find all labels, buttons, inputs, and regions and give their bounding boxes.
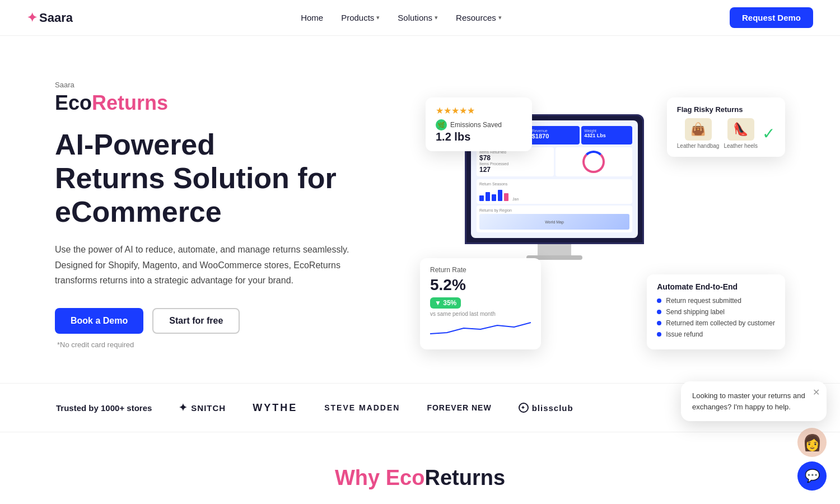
returns-text: Returns (92, 91, 168, 114)
flag-items: 👜 Leather handbag 👠 Leather heels ✓ (677, 118, 775, 149)
logo-icon: ✦ (27, 11, 37, 25)
eco-brand: Saara EcoReturns (55, 81, 368, 115)
chat-bubble: ✕ Looking to master your returns and exc… (681, 381, 827, 421)
hero-right: Items Shipped 27 Revenue $1870 Weight 43… (420, 69, 785, 361)
navbar: ✦ Saara Home Products ▾ Solutions ▾ Reso… (0, 0, 840, 36)
chat-avatar-row: 👩 (681, 428, 827, 457)
request-demo-button[interactable]: Request Demo (730, 7, 813, 28)
automate-step-2: Send shipping label (657, 308, 775, 316)
nav-products[interactable]: Products ▾ (341, 13, 380, 22)
flag-card: Flag Risky Returns 👜 Leather handbag 👠 L… (667, 97, 785, 157)
flag-title: Flag Risky Returns (677, 105, 775, 114)
eco-text: Eco (55, 91, 92, 114)
step-dot-icon (657, 298, 661, 303)
brand-forever-new: FOREVER NEW (427, 403, 491, 412)
brand-sub: Saara (55, 81, 368, 89)
nav-links: Home Products ▾ Solutions ▾ Resources ▾ (301, 13, 502, 22)
return-rate-badge: ▼ 35% (430, 297, 461, 309)
brand-wythe: WYTHE (253, 402, 297, 414)
chat-message: Looking to master your returns and excha… (692, 390, 815, 412)
flag-item-heels: 👠 Leather heels (724, 118, 758, 149)
start-free-button[interactable]: Start for free (152, 308, 240, 334)
brand-logos: ✦ SNITCH WYTHE STEVE MADDEN FOREVER NEW … (179, 402, 573, 414)
return-rate-card: Return Rate 5.2% ▼ 35% vs same period la… (420, 258, 541, 349)
chat-open-button[interactable]: 💬 (797, 461, 827, 491)
automate-step-4: Issue refund (657, 330, 775, 338)
why-returns: Returns (424, 466, 505, 489)
emissions-label: 🌿 Emissions Saved (436, 119, 522, 130)
monitor-stand (538, 244, 571, 255)
automate-step-3: Returned item collected by customer (657, 319, 775, 327)
hero-left: Saara EcoReturns AI-Powered Returns Solu… (55, 81, 368, 349)
brand-steve-madden: STEVE MADDEN (324, 403, 400, 412)
chat-close-button[interactable]: ✕ (813, 387, 820, 398)
nav-resources[interactable]: Resources ▾ (456, 13, 502, 22)
automate-card: Automate End-to-End Return request submi… (647, 274, 785, 349)
emissions-value: 1.2 lbs (436, 130, 522, 143)
brand-name: EcoReturns (55, 91, 368, 115)
nav-solutions[interactable]: Solutions ▾ (398, 13, 438, 22)
chat-avatar: 👩 (797, 428, 827, 457)
flag-item-handbag: 👜 Leather handbag (677, 118, 720, 149)
hero-headline: AI-Powered Returns Solution for eCommerc… (55, 128, 368, 228)
chevron-down-icon: ▾ (376, 14, 380, 21)
leaf-icon: 🌿 (436, 119, 447, 130)
nav-home[interactable]: Home (301, 13, 323, 22)
step-dot-icon (657, 310, 661, 314)
automate-title: Automate End-to-End (657, 282, 775, 291)
hero-actions: Book a Demo Start for free (55, 308, 368, 334)
trusted-label: Trusted by 1000+ stores (56, 403, 152, 413)
return-rate-value: 5.2% (430, 276, 531, 294)
book-demo-button[interactable]: Book a Demo (55, 308, 143, 334)
bliss-icon: ✦ (519, 403, 529, 413)
handbag-image: 👜 (685, 118, 712, 141)
step-dot-icon (657, 321, 661, 325)
logo[interactable]: ✦ Saara (27, 11, 73, 25)
snitch-icon: ✦ (179, 402, 188, 414)
brand-blissclub: ✦ blissclub (519, 403, 573, 413)
step-dot-icon (657, 332, 661, 337)
return-rate-subtitle: vs same period last month (430, 311, 531, 317)
chevron-down-icon: ▾ (435, 14, 438, 21)
return-rate-label: Return Rate (430, 266, 531, 274)
trusted-inner: Trusted by 1000+ stores ✦ SNITCH WYTHE S… (56, 402, 784, 414)
no-credit-card-label: *No credit card required (57, 340, 134, 349)
chat-icon: 💬 (805, 469, 820, 483)
automate-step-1: Return request submitted (657, 297, 775, 305)
stats-row: 30% 80% 5X 20% (56, 501, 784, 504)
star-rating: ★★★★★ (436, 105, 522, 116)
chat-widget: ✕ Looking to master your returns and exc… (681, 381, 827, 491)
hero-description: Use the power of AI to reduce, automate,… (55, 242, 368, 288)
emissions-card: ★★★★★ 🌿 Emissions Saved 1.2 lbs (426, 97, 532, 151)
why-eco: Why Eco (335, 466, 424, 489)
return-rate-chart (430, 317, 531, 339)
heels-image: 👠 (727, 118, 754, 141)
chevron-down-icon: ▾ (498, 14, 502, 21)
hero-section: Saara EcoReturns AI-Powered Returns Solu… (28, 36, 812, 383)
brand-snitch: ✦ SNITCH (179, 402, 226, 414)
logo-text: Saara (39, 11, 73, 25)
